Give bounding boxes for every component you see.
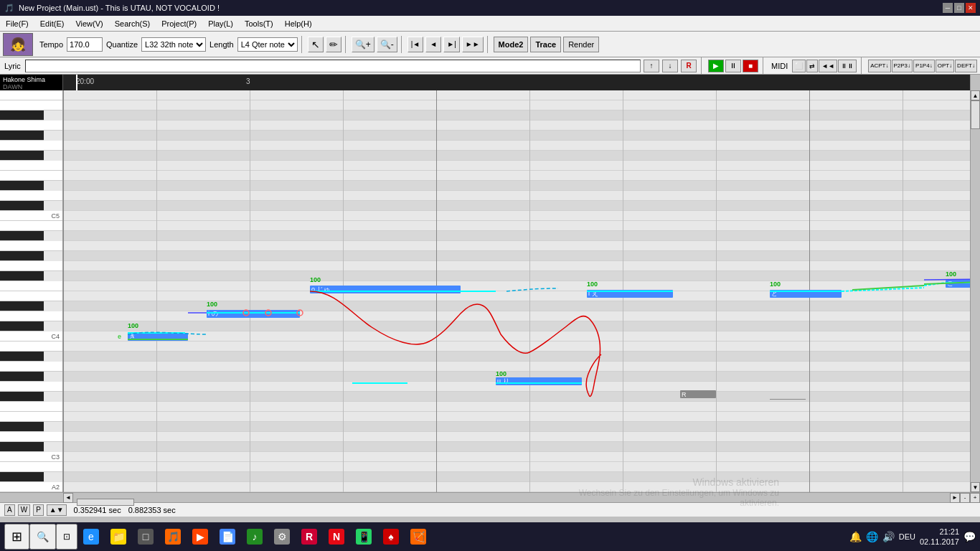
menu-project[interactable]: Project(P) [156,18,202,29]
midi-btn4[interactable]: ⏸⏸ [838,60,857,72]
taskbar-app-settings[interactable]: ⚙ [268,524,296,550]
piano-key-as5[interactable] [0,110,44,121]
zoom-out-button[interactable]: 🔍- [377,37,397,52]
stop-button[interactable]: ■ [743,60,758,72]
midi-btn1[interactable]: ⬜ [792,60,806,72]
tray-notifications-btn[interactable]: 💬 [963,531,976,542]
piano-key-fs3[interactable] [0,392,44,402]
piano-key-b3[interactable] [0,342,62,352]
taskbar-app-store[interactable]: □ [132,524,159,550]
nav-next-button[interactable]: ►| [443,37,460,52]
length-select[interactable]: L4 Qter note [237,37,298,52]
menu-search[interactable]: Search(S) [109,18,156,29]
taskbar-app-poker[interactable]: ♠ [377,524,405,550]
zoom-minus-button[interactable]: - [960,493,970,503]
taskbar-app-arrow[interactable]: 🏹 [405,524,432,550]
piano-key-gs3[interactable] [0,372,44,382]
minimize-button[interactable]: ─ [943,3,953,13]
zoom-in-button[interactable]: 🔍+ [352,37,374,52]
pause-button[interactable]: ⏸ [725,60,741,72]
mode-a-button[interactable]: A [4,504,15,516]
zoom-plus-button[interactable]: + [970,493,980,503]
search-button[interactable]: 🔍 [29,524,56,550]
note-block[interactable]: こ [946,280,970,288]
mode-expand-button[interactable]: ▲▼ [47,504,67,516]
horizontal-scrollbar[interactable]: ◄ ► - + [0,492,980,502]
taskbar-app-music2[interactable]: ♪ [241,524,268,550]
piano-key-fs5[interactable] [0,151,44,161]
piano-key-cs5[interactable] [0,201,44,211]
close-button[interactable]: ✕ [966,3,976,13]
piano-key-a5[interactable] [0,121,62,131]
piano-key-g4[interactable] [0,261,62,271]
tray-network[interactable]: 🌐 [866,531,878,542]
tray-volume[interactable]: 🔊 [882,531,895,542]
piano-key-as3[interactable] [0,352,44,362]
mode2-button[interactable]: Mode2 [494,37,529,52]
piano-key-ds3[interactable] [0,422,44,432]
acpt-btn2[interactable]: P2P3↓ [892,60,913,72]
piano-key-e5[interactable] [0,171,62,181]
nav-end-button[interactable]: ►► [462,37,484,52]
note-block[interactable]: i の [207,310,300,318]
tempo-input[interactable] [67,37,103,52]
vertical-scrollbar[interactable]: ▲ ▼ [970,90,980,492]
piano-key-d5[interactable] [0,191,62,201]
piano-key-b2[interactable] [0,462,62,472]
piano-key-a3[interactable] [0,362,62,372]
piano-key-f5[interactable] [0,161,62,171]
menu-tools[interactable]: Tools(T) [239,18,279,29]
piano-key-c3[interactable]: C3 [0,452,62,462]
piano-key-b5[interactable] [0,100,62,110]
piano-key-as4[interactable] [0,231,44,241]
acpt-btn3[interactable]: P1P4↓ [913,60,935,72]
piano-key-a4[interactable] [0,241,62,251]
taskbar-app-media[interactable]: ▶ [187,524,214,550]
midi-btn3[interactable]: ◄◄ [819,60,837,72]
piano-key-ds4[interactable] [0,301,44,311]
maximize-button[interactable]: □ [954,3,964,13]
piano-key-g3[interactable] [0,382,62,392]
taskbar-app-files[interactable]: 📁 [105,524,132,550]
hscroll-left-button[interactable]: ◄ [63,493,73,503]
lyric-input[interactable] [25,60,641,72]
menu-view[interactable]: View(V) [70,18,108,29]
menu-file[interactable]: File(F) [0,18,34,29]
piano-key-g5[interactable] [0,141,62,151]
piano-key-a2[interactable]: A2 [0,482,62,492]
piano-key-gs4[interactable] [0,251,44,261]
piano-key-cs4[interactable] [0,321,44,331]
taskbar-app-netflix[interactable]: N [323,524,350,550]
nav-prev-button[interactable]: ◄ [425,37,441,52]
piano-key-e4[interactable] [0,291,62,301]
piano-key-c6[interactable] [0,90,62,100]
nav-start-button[interactable]: |◄ [407,37,424,52]
piano-key-e3[interactable] [0,412,62,422]
taskbar-app-docs[interactable]: 📄 [214,524,241,550]
piano-key-fs4[interactable] [0,271,44,281]
note-block[interactable]: き [128,333,188,341]
piano-key-d4[interactable] [0,311,62,321]
taskbar-app-r[interactable]: R [296,524,323,550]
piano-key-d3[interactable] [0,432,62,442]
piano-key-b4[interactable] [0,221,62,231]
mode-p-button[interactable]: P [33,504,44,516]
render-button[interactable]: Render [563,37,599,52]
quantize-select[interactable]: L32 32th note [141,37,206,52]
piano-key-as2[interactable] [0,472,44,482]
piano-key-c4[interactable]: C4 [0,331,62,342]
menu-play[interactable]: Play(L) [202,18,239,29]
piano-key-f4[interactable] [0,281,62,291]
lyric-r-button[interactable]: R [681,60,697,72]
acpt-btn4[interactable]: OPT↓ [936,60,954,72]
menu-edit[interactable]: Edit(E) [34,18,70,29]
play-button[interactable]: ▶ [708,60,724,72]
taskbar-app-whatsapp[interactable]: 📱 [350,524,377,550]
note-block[interactable]: o じゅ [310,286,461,293]
taskview-button[interactable]: ⊡ [56,524,77,550]
midi-btn2[interactable]: ⇄ [806,60,818,72]
note-block[interactable]: u り [496,377,582,385]
vscroll-track[interactable] [971,100,980,482]
trace-button[interactable]: Trace [530,37,561,52]
hscroll-thumb[interactable] [77,499,134,506]
